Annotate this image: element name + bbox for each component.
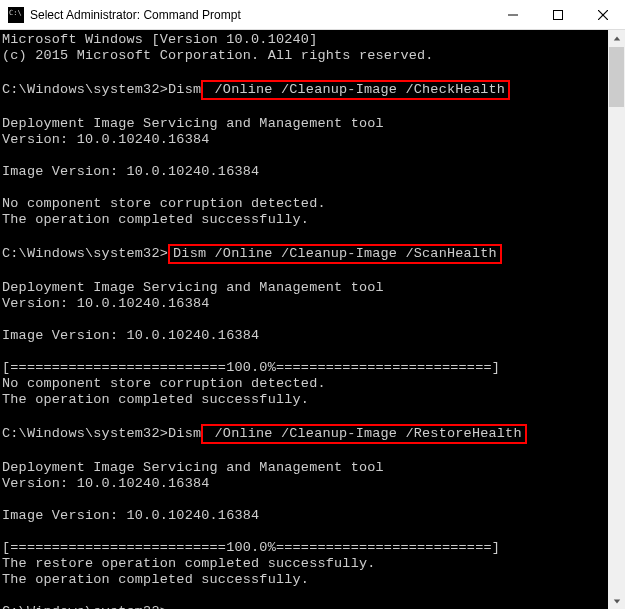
image-version-line: Image Version: 10.0.10240.16384 bbox=[2, 164, 259, 179]
dism-tool-version-2: Version: 10.0.10240.16384 bbox=[2, 296, 210, 311]
terminal-output[interactable]: Microsoft Windows [Version 10.0.10240] (… bbox=[0, 30, 608, 609]
minimize-button[interactable] bbox=[490, 0, 535, 30]
highlight-box-3: /Online /Cleanup-Image /RestoreHealth bbox=[201, 424, 526, 444]
copyright-line: (c) 2015 Microsoft Corporation. All righ… bbox=[2, 48, 434, 63]
progress-bar-line: [==========================100.0%=======… bbox=[2, 360, 500, 375]
scroll-down-arrow[interactable] bbox=[608, 592, 625, 609]
window-title: Select Administrator: Command Prompt bbox=[30, 8, 490, 22]
window-controls bbox=[490, 0, 625, 29]
operation-success-line-3: The operation completed successfully. bbox=[2, 572, 309, 587]
cmd-icon bbox=[8, 7, 24, 23]
svg-rect-1 bbox=[553, 11, 562, 20]
window-titlebar: Select Administrator: Command Prompt bbox=[0, 0, 625, 30]
vertical-scrollbar[interactable] bbox=[608, 30, 625, 609]
maximize-button[interactable] bbox=[535, 0, 580, 30]
scroll-thumb[interactable] bbox=[609, 47, 624, 107]
final-prompt: C:\Windows\system32> bbox=[2, 604, 168, 609]
prompt-2-command: Dism /Online /Cleanup-Image /ScanHealth bbox=[173, 246, 497, 261]
dism-tool-version-3: Version: 10.0.10240.16384 bbox=[2, 476, 210, 491]
prompt-2-prefix: C:\Windows\system32> bbox=[2, 246, 168, 261]
scroll-up-arrow[interactable] bbox=[608, 30, 625, 47]
highlight-box-1: /Online /Cleanup-Image /CheckHealth bbox=[201, 80, 510, 100]
dism-tool-header-2: Deployment Image Servicing and Managemen… bbox=[2, 280, 384, 295]
progress-bar-line-2: [==========================100.0%=======… bbox=[2, 540, 500, 555]
operation-success-line-2: The operation completed successfully. bbox=[2, 392, 309, 407]
terminal-container: Microsoft Windows [Version 10.0.10240] (… bbox=[0, 30, 625, 609]
terminal-cursor: _ bbox=[168, 604, 176, 609]
os-version-line: Microsoft Windows [Version 10.0.10240] bbox=[2, 32, 317, 47]
prompt-1-command: /Online /Cleanup-Image /CheckHealth bbox=[206, 82, 505, 97]
prompt-1-prefix: C:\Windows\system32>Dism bbox=[2, 82, 201, 97]
prompt-3-prefix: C:\Windows\system32>Dism bbox=[2, 426, 201, 441]
restore-success-line: The restore operation completed successf… bbox=[2, 556, 376, 571]
highlight-box-2: Dism /Online /Cleanup-Image /ScanHealth bbox=[168, 244, 502, 264]
no-corruption-line: No component store corruption detected. bbox=[2, 196, 326, 211]
image-version-line-2: Image Version: 10.0.10240.16384 bbox=[2, 328, 259, 343]
dism-tool-header: Deployment Image Servicing and Managemen… bbox=[2, 116, 384, 131]
operation-success-line: The operation completed successfully. bbox=[2, 212, 309, 227]
dism-tool-header-3: Deployment Image Servicing and Managemen… bbox=[2, 460, 384, 475]
image-version-line-3: Image Version: 10.0.10240.16384 bbox=[2, 508, 259, 523]
close-button[interactable] bbox=[580, 0, 625, 30]
no-corruption-line-2: No component store corruption detected. bbox=[2, 376, 326, 391]
prompt-3-command: /Online /Cleanup-Image /RestoreHealth bbox=[206, 426, 521, 441]
dism-tool-version: Version: 10.0.10240.16384 bbox=[2, 132, 210, 147]
